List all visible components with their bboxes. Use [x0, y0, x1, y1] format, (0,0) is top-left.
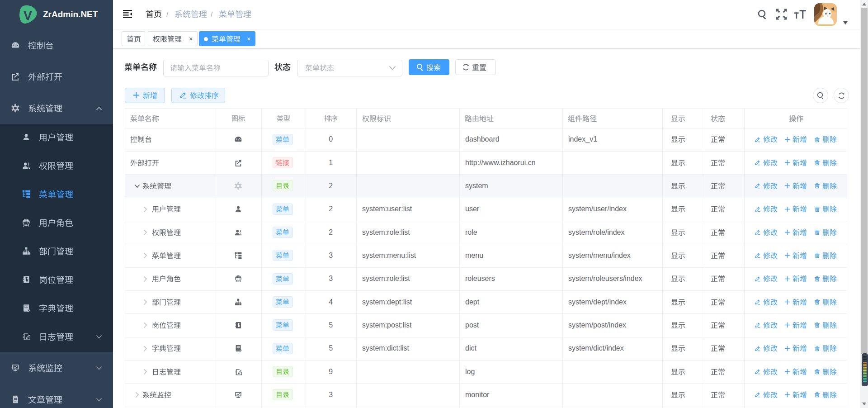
svg-text:V: V: [24, 8, 33, 23]
